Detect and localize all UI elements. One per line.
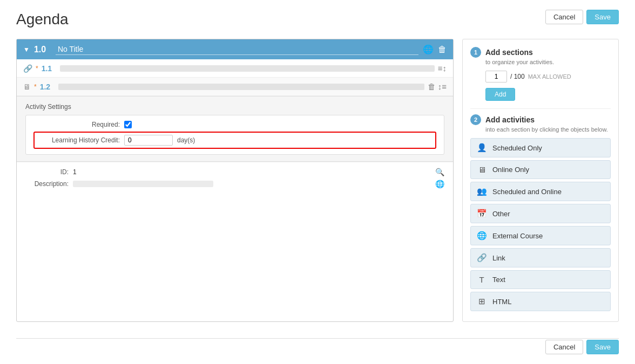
monitor-activity-icon: 🖥	[23, 83, 31, 91]
activity-1-1-title	[60, 65, 435, 72]
online-only-type-label: Online Only	[492, 166, 529, 174]
reorder-icon-1-2[interactable]: ↕≡	[438, 82, 447, 91]
desc-globe-icon[interactable]: 🌐	[435, 180, 444, 188]
credit-unit: day(s)	[177, 136, 195, 144]
scheduled-only-type-icon: 👤	[476, 143, 487, 153]
section-badge-1: 1	[470, 47, 481, 58]
right-panel: 1 Add sections to organize your activiti…	[462, 39, 619, 322]
required-label: Required:	[33, 121, 120, 128]
scheduled-and-online-type-label: Scheduled and Online	[492, 188, 562, 196]
activity-1-1-actions: ≡↕	[438, 64, 447, 73]
settings-form: Required: Learning History Credit: day(s…	[25, 115, 444, 155]
required-star-1-1: *	[36, 65, 38, 72]
collapse-icon[interactable]: ▼	[23, 46, 30, 53]
page-title: Agenda	[16, 11, 619, 28]
add-activities-label: Add activities	[485, 115, 535, 124]
credit-label: Learning History Credit:	[39, 136, 120, 144]
activity-types-list: 👤Scheduled Only🖥Online Only👥Scheduled an…	[470, 138, 611, 311]
delete-section-icon[interactable]: 🗑	[438, 45, 447, 54]
add-sections-label: Add sections	[485, 48, 533, 57]
search-icon[interactable]: 🔍	[435, 168, 444, 176]
activity-1-1-row: 🔗 * 1.1 ≡↕	[17, 59, 453, 78]
add-sections-sub: to organize your activities.	[485, 59, 611, 65]
required-checkbox[interactable]	[124, 121, 132, 128]
info-panel: ID: 1 🔍 Description: 🌐	[17, 162, 453, 197]
id-row: ID: 1 🔍	[25, 168, 444, 176]
section-badge-2: 2	[470, 114, 481, 125]
credit-input[interactable]	[124, 135, 173, 146]
section-count-input[interactable]	[485, 71, 507, 83]
activity-type-scheduled-only[interactable]: 👤Scheduled Only	[470, 138, 611, 157]
top-cancel-button[interactable]: Cancel	[545, 10, 583, 24]
online-only-type-icon: 🖥	[476, 165, 487, 174]
text-type-label: Text	[492, 276, 505, 284]
section-number: 1.0	[34, 45, 51, 54]
link-type-label: Link	[492, 254, 505, 262]
slash-label: / 100	[510, 73, 525, 80]
scheduled-only-type-label: Scheduled Only	[492, 144, 542, 152]
activity-1-1-number: 1.1	[42, 64, 57, 73]
add-sections-title: 1 Add sections	[470, 47, 611, 58]
activity-type-scheduled-and-online[interactable]: 👥Scheduled and Online	[470, 182, 611, 201]
add-activities-title: 2 Add activities	[470, 114, 611, 125]
reorder-icon-1-1[interactable]: ≡↕	[438, 64, 447, 73]
section-1-header: ▼ 1.0 🌐 🗑	[17, 39, 453, 59]
bottom-separator	[16, 338, 619, 339]
add-sections-panel: 1 Add sections to organize your activiti…	[462, 39, 619, 322]
id-label: ID:	[25, 168, 69, 176]
activity-1-2-actions: 🗑 ↕≡	[428, 82, 447, 91]
section-title-input[interactable]	[56, 44, 418, 55]
settings-title: Activity Settings	[25, 103, 444, 111]
activity-type-text[interactable]: TText	[470, 270, 611, 289]
globe-icon[interactable]: 🌐	[423, 44, 434, 54]
max-allowed-label: MAX ALLOWED	[528, 73, 571, 80]
add-activities-sub: into each section by clicking the object…	[485, 126, 611, 133]
activity-type-html[interactable]: ⊞HTML	[470, 292, 611, 311]
agenda-editor-panel: ▼ 1.0 🌐 🗑 🔗 * 1.1 ≡↕ 🖥 * 1.2	[16, 39, 454, 322]
activity-type-link[interactable]: 🔗Link	[470, 248, 611, 267]
delete-activity-icon[interactable]: 🗑	[428, 82, 436, 91]
activity-1-2-number: 1.2	[40, 83, 55, 91]
activity-type-online-only[interactable]: 🖥Online Only	[470, 160, 611, 179]
activity-1-2-row: 🖥 * 1.2 🗑 ↕≡	[17, 78, 453, 96]
top-toolbar: Cancel Save	[545, 10, 619, 24]
text-type-icon: T	[476, 275, 487, 284]
required-star-1-2: *	[34, 83, 37, 91]
activity-settings-panel: Activity Settings Required: Learning His…	[17, 96, 453, 162]
link-activity-icon: 🔗	[23, 64, 32, 73]
activity-type-external-course[interactable]: 🌐External Course	[470, 226, 611, 245]
id-row-content: 1 🔍	[73, 168, 444, 176]
required-row: Required:	[33, 121, 436, 128]
divider	[470, 108, 611, 109]
learning-credit-row: Learning History Credit: day(s)	[33, 132, 436, 149]
section-count-row: / 100 MAX ALLOWED	[485, 71, 611, 83]
external-course-type-icon: 🌐	[476, 231, 487, 241]
scheduled-and-online-type-icon: 👥	[476, 187, 487, 196]
activity-type-other[interactable]: 📅Other	[470, 204, 611, 223]
add-section-button[interactable]: Add	[485, 88, 515, 101]
description-text	[73, 181, 213, 187]
desc-label: Description:	[25, 180, 69, 188]
link-type-icon: 🔗	[476, 253, 487, 263]
bottom-cancel-button[interactable]: Cancel	[545, 340, 583, 354]
top-save-button[interactable]: Save	[586, 10, 619, 24]
bottom-save-button[interactable]: Save	[586, 340, 619, 354]
external-course-type-label: External Course	[492, 232, 543, 240]
id-value: 1	[73, 168, 77, 176]
activity-1-2-title	[58, 84, 424, 90]
desc-row: Description: 🌐	[25, 180, 444, 188]
html-type-label: HTML	[492, 298, 511, 306]
bottom-toolbar: Cancel Save	[545, 340, 619, 354]
other-type-label: Other	[492, 210, 510, 218]
html-type-icon: ⊞	[476, 297, 487, 306]
other-type-icon: 📅	[476, 209, 487, 218]
desc-row-content: 🌐	[73, 180, 444, 188]
